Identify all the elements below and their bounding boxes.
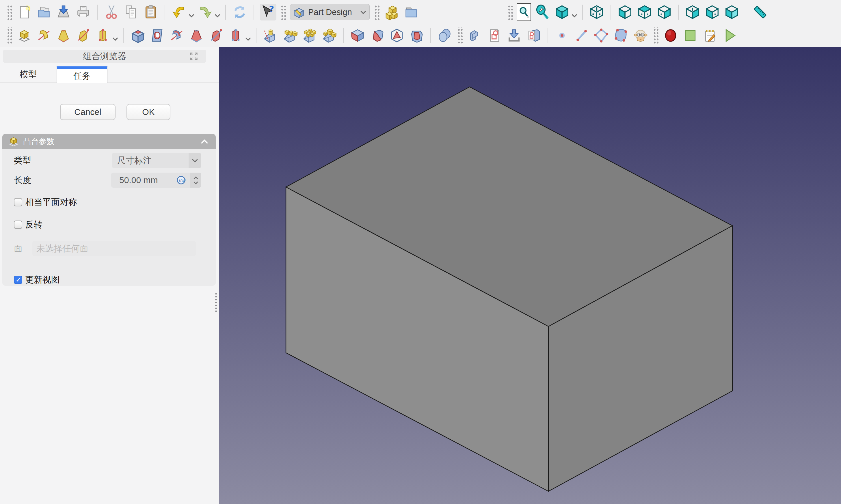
home-view-icon[interactable] — [588, 4, 605, 20]
reversed-checkbox[interactable] — [14, 220, 22, 229]
cut-icon[interactable] — [103, 4, 120, 20]
cancel-button[interactable]: Cancel — [60, 104, 116, 120]
boolean-icon[interactable] — [436, 27, 453, 44]
workbench-selector[interactable]: Part Design — [290, 4, 370, 20]
pad-parameters-header[interactable]: 凸台参数 — [2, 134, 216, 149]
datum-line-icon[interactable] — [573, 27, 590, 44]
subtractive-helix-icon[interactable] — [227, 27, 244, 44]
datum-point-icon[interactable] — [554, 27, 571, 44]
subtractive-pipe-icon[interactable] — [208, 27, 224, 44]
open-file-icon[interactable] — [36, 4, 52, 20]
update-view-label: 更新视图 — [25, 274, 60, 286]
type-dropdown[interactable]: 尺寸标注 — [112, 153, 201, 168]
panel-tabs: 模型 任务 — [0, 66, 219, 83]
create-sketch-icon[interactable] — [486, 27, 503, 44]
polar-pattern-icon[interactable] — [301, 27, 318, 44]
new-document-icon[interactable] — [16, 4, 33, 20]
thickness-icon[interactable] — [408, 27, 425, 44]
toolbar-drag-handle[interactable] — [374, 4, 380, 20]
multitransform-icon[interactable] — [321, 27, 338, 44]
create-body-icon[interactable] — [467, 27, 483, 44]
length-row: 长度 50.00 mm f(x) — [2, 173, 216, 187]
formula-binding-icon[interactable]: f(x) — [176, 176, 186, 185]
undo-dropdown-chevron[interactable] — [188, 4, 195, 20]
hole-icon[interactable] — [149, 27, 165, 44]
create-part-icon[interactable] — [383, 4, 400, 20]
refresh-icon[interactable] — [231, 4, 248, 20]
svg-text:f(x): f(x) — [178, 178, 186, 183]
map-sketch-icon[interactable] — [525, 27, 542, 44]
redo-dropdown-chevron[interactable] — [214, 4, 221, 20]
isometric-dropdown-chevron[interactable] — [571, 4, 578, 20]
toolbar-drag-handle[interactable] — [280, 4, 286, 20]
subtractive-loft-icon[interactable] — [188, 27, 205, 44]
toolbar-drag-handle[interactable] — [507, 4, 513, 20]
mirrored-icon[interactable] — [262, 27, 279, 44]
front-view-icon[interactable] — [617, 4, 633, 20]
pad-solid[interactable] — [286, 87, 732, 491]
bottom-view-icon[interactable] — [704, 4, 721, 20]
measure-icon[interactable] — [752, 4, 769, 20]
type-label: 类型 — [14, 155, 31, 166]
additive-pipe-icon[interactable] — [75, 27, 91, 44]
separator — [225, 5, 226, 20]
toolbar-drag-handle[interactable] — [457, 27, 463, 44]
length-label: 长度 — [14, 174, 31, 186]
additive-loft-icon[interactable] — [55, 27, 72, 44]
viewport[interactable] — [219, 47, 841, 504]
copy-icon[interactable] — [123, 4, 140, 20]
additive-dropdown-chevron[interactable] — [111, 27, 119, 44]
isometric-view-icon[interactable] — [554, 4, 571, 20]
create-group-icon[interactable] — [403, 4, 420, 20]
print-icon[interactable] — [75, 4, 91, 20]
pad-icon[interactable] — [16, 27, 33, 44]
face-input[interactable]: 未选择任何面 — [32, 241, 196, 256]
face-label: 面 — [14, 243, 22, 255]
length-spinbox[interactable]: 50.00 mm f(x) — [111, 173, 201, 187]
toolbar-drag-handle[interactable] — [6, 27, 12, 44]
pocket-icon[interactable] — [129, 27, 146, 44]
symmetric-checkbox[interactable] — [14, 198, 22, 206]
fit-selection-icon[interactable] — [534, 4, 551, 20]
subtractive-dropdown-chevron[interactable] — [244, 27, 252, 44]
revolution-icon[interactable] — [36, 27, 52, 44]
fit-all-icon[interactable] — [517, 3, 531, 21]
linear-pattern-icon[interactable] — [282, 27, 298, 44]
chamfer-icon[interactable] — [369, 27, 386, 44]
groove-icon[interactable] — [169, 27, 185, 44]
macro-record-icon[interactable] — [662, 27, 679, 44]
top-view-icon[interactable] — [636, 4, 653, 20]
macro-edit-icon[interactable] — [701, 27, 718, 44]
reversed-label: 反转 — [25, 219, 42, 231]
toolbar-drag-handle[interactable] — [6, 4, 12, 20]
rear-view-icon[interactable] — [684, 4, 701, 20]
separator — [123, 28, 124, 43]
right-view-icon[interactable] — [656, 4, 672, 20]
undo-icon[interactable] — [171, 4, 188, 20]
separator — [678, 5, 679, 20]
shape-binder-icon[interactable] — [613, 27, 629, 44]
edit-sketch-icon[interactable] — [506, 27, 523, 44]
draft-icon[interactable] — [388, 27, 405, 44]
macro-execute-icon[interactable] — [721, 27, 738, 44]
update-view-checkbox[interactable] — [14, 276, 22, 284]
paste-icon[interactable] — [142, 4, 159, 20]
datum-plane-icon[interactable] — [593, 27, 610, 44]
fillet-icon[interactable] — [349, 27, 366, 44]
panel-splitter-handle[interactable] — [214, 292, 217, 312]
toolbar-drag-handle[interactable] — [653, 27, 659, 44]
clone-icon[interactable] — [632, 27, 649, 44]
whats-this-icon[interactable]: ? — [260, 4, 276, 20]
left-view-icon[interactable] — [723, 4, 740, 20]
ok-button[interactable]: OK — [126, 104, 170, 120]
additive-helix-icon[interactable] — [94, 27, 111, 44]
toolbar-row-1: ? Part Design — [0, 0, 841, 24]
float-panel-icon[interactable] — [190, 52, 198, 60]
spinner-buttons[interactable] — [190, 173, 201, 187]
save-icon[interactable] — [55, 4, 72, 20]
redo-icon[interactable] — [197, 4, 213, 20]
tab-model[interactable]: 模型 — [0, 66, 57, 83]
collapse-section-icon[interactable] — [201, 139, 208, 144]
macro-stop-icon[interactable] — [682, 27, 699, 44]
tab-task[interactable]: 任务 — [57, 66, 107, 83]
